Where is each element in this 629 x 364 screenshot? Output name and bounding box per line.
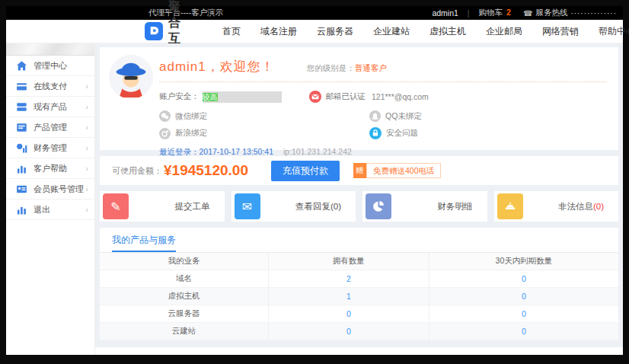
id-card-icon bbox=[16, 184, 27, 195]
top-black-bar: 代理平台----客户演示 admin1 | 购物车2 ☎ 服务热线 ······… bbox=[6, 6, 623, 20]
hotline-label: 服务热线 bbox=[535, 8, 567, 18]
browser-viewport: 代理平台----客户演示 admin1 | 购物车2 ☎ 服务热线 ······… bbox=[6, 6, 623, 355]
cell-expiring-count[interactable]: 0 bbox=[429, 287, 618, 305]
last-login-text: 最近登录：2017-10-17 13:50:41 bbox=[159, 147, 273, 156]
qq-bind-item[interactable]: QQ未绑定 bbox=[369, 110, 606, 122]
cell-name: 云建站 bbox=[100, 322, 268, 340]
last-login-ip: ip:101.231.214.242 bbox=[283, 147, 352, 156]
account-security-label: 账户安全： bbox=[159, 91, 200, 102]
main-content: admin1，欢迎您！ 您的级别是： 普通客户 账户安全： 较高 邮箱已认证 bbox=[95, 43, 623, 355]
cart-link[interactable]: 购物车2 bbox=[479, 8, 511, 18]
nav-menu: 首页 域名注册 云服务器 企业建站 虚拟主机 企业邮局 网络营销 帮助中心 管理… bbox=[222, 25, 629, 38]
greeting-text: admin1，欢迎您！ bbox=[159, 58, 275, 75]
app-window: 代理平台----客户演示 admin1 | 购物车2 ☎ 服务热线 ······… bbox=[0, 0, 629, 364]
layers-icon bbox=[16, 101, 27, 113]
pie-chart-icon bbox=[366, 193, 391, 219]
sidebar-item-existing-products[interactable]: 现有产品 › bbox=[6, 97, 94, 117]
sidebar-item-label: 在线支付 bbox=[34, 81, 67, 92]
nav-item-marketing[interactable]: 网络营销 bbox=[542, 25, 579, 38]
wechat-bind-item[interactable]: 微信绑定 bbox=[159, 110, 369, 122]
sidebar-item-finance[interactable]: 财务管理 › bbox=[6, 138, 94, 158]
email-verified-label: 邮箱已认证 bbox=[326, 91, 366, 102]
col-header-business: 我的业务 bbox=[100, 253, 268, 270]
hotline-number-masked: ·············· bbox=[570, 9, 617, 18]
security-question-item[interactable]: 安全问题 bbox=[369, 127, 606, 139]
view-replies-card[interactable]: ✉ 查看回复(0) bbox=[231, 191, 356, 222]
avatar bbox=[109, 55, 153, 99]
table-header-row: 我的业务 拥有数量 30天内到期数量 bbox=[100, 253, 618, 270]
sidebar-item-member-account[interactable]: 会员账号管理 › bbox=[6, 179, 94, 200]
level-value: 普通客户 bbox=[355, 63, 387, 74]
gift-promo[interactable]: 赠 免费赠送400电话 bbox=[353, 163, 442, 178]
balance-card: 可使用金额： ¥1945120.00 充值预付款 赠 免费赠送400电话 bbox=[100, 156, 618, 185]
cart-count-badge: 2 bbox=[506, 8, 511, 17]
finance-detail-label: 财务明细 bbox=[438, 201, 473, 212]
bar-chart-icon bbox=[16, 204, 27, 216]
products-table: 我的业务 拥有数量 30天内到期数量 域名 2 0 bbox=[100, 253, 618, 340]
table-row-cloud-site: 云建站 0 0 bbox=[100, 322, 618, 340]
cell-owned-count[interactable]: 0 bbox=[268, 305, 429, 322]
security-strength-fill: 较高 bbox=[203, 93, 218, 101]
sidebar-item-label: 客户帮助 bbox=[34, 163, 67, 174]
nav-item-mail[interactable]: 企业邮局 bbox=[486, 25, 522, 38]
sidebar-item-admin-center[interactable]: 管理中心 bbox=[6, 56, 94, 76]
credit-card-icon bbox=[16, 81, 27, 92]
page-body: 管理中心 在线支付 › 现有产品 › 产品管理 › bbox=[6, 43, 623, 355]
nav-item-cloud-server[interactable]: 云服务器 bbox=[317, 25, 353, 38]
nav-item-home[interactable]: 首页 bbox=[222, 25, 241, 38]
security-strength-bar: 较高 bbox=[203, 91, 282, 103]
cell-expiring-count[interactable]: 0 bbox=[429, 305, 618, 322]
phone-icon: ☎ bbox=[523, 9, 532, 18]
sidebar-item-logout[interactable]: 退出 › bbox=[6, 200, 94, 220]
sidebar-item-online-pay[interactable]: 在线支付 › bbox=[6, 76, 94, 97]
sidebar-texture-header bbox=[6, 43, 94, 56]
chevron-right-icon: › bbox=[85, 184, 88, 193]
nav-item-help[interactable]: 帮助中心 bbox=[599, 25, 629, 38]
nav-item-site-builder[interactable]: 企业建站 bbox=[373, 25, 410, 38]
illegal-info-count: (0) bbox=[593, 202, 604, 211]
email-verified-item[interactable]: 邮箱已认证 121***@qq.com bbox=[309, 91, 429, 103]
police-hat-icon bbox=[497, 193, 523, 219]
qq-icon bbox=[369, 110, 381, 122]
cell-name: 虚拟主机 bbox=[100, 287, 268, 305]
weibo-bind-item[interactable]: 新浪绑定 bbox=[159, 127, 369, 139]
email-address: 121***@qq.com bbox=[372, 92, 429, 101]
home-icon bbox=[16, 60, 27, 72]
weibo-bind-label: 新浪绑定 bbox=[175, 128, 207, 139]
nav-item-virtual-host[interactable]: 虚拟主机 bbox=[429, 25, 466, 38]
binding-grid: 微信绑定 QQ未绑定 新浪绑定 安全问题 bbox=[159, 110, 606, 139]
page-bottom-strip bbox=[95, 347, 623, 355]
sidebar-item-label: 产品管理 bbox=[34, 122, 67, 133]
cell-expiring-count[interactable]: 0 bbox=[429, 270, 618, 287]
ticket-pencil-icon: ✎ bbox=[103, 193, 129, 219]
view-replies-label: 查看回复(0) bbox=[295, 201, 341, 212]
finance-detail-card[interactable]: 财务明细 bbox=[362, 191, 487, 222]
illegal-info-card[interactable]: 非法信息(0) bbox=[494, 191, 619, 222]
nav-item-domain[interactable]: 域名注册 bbox=[260, 25, 297, 38]
cell-owned-count[interactable]: 2 bbox=[268, 270, 429, 287]
sidebar-item-customer-help[interactable]: 客户帮助 › bbox=[6, 158, 94, 179]
sidebar-item-product-manage[interactable]: 产品管理 › bbox=[6, 117, 94, 138]
cart-label: 购物车 bbox=[479, 8, 503, 17]
table-row-domain: 域名 2 0 bbox=[100, 270, 618, 287]
weibo-icon bbox=[159, 128, 171, 139]
level-label: 您的级别是： bbox=[307, 63, 355, 74]
recharge-button[interactable]: 充值预付款 bbox=[271, 161, 340, 181]
illegal-info-label: 非法信息(0) bbox=[558, 201, 604, 212]
col-header-owned: 拥有数量 bbox=[268, 253, 429, 270]
submit-ticket-card[interactable]: ✎ 提交工单 bbox=[100, 191, 225, 222]
table-row-virtual-host: 虚拟主机 1 0 bbox=[100, 287, 618, 305]
dotted-divider bbox=[159, 81, 606, 82]
cell-owned-count[interactable]: 0 bbox=[268, 322, 429, 340]
welcome-header: admin1，欢迎您！ 您的级别是： 普通客户 bbox=[159, 55, 606, 75]
wechat-bind-label: 微信绑定 bbox=[175, 111, 207, 122]
lock-icon bbox=[369, 127, 382, 139]
sidebar-item-label: 退出 bbox=[34, 204, 50, 216]
cell-owned-count[interactable]: 1 bbox=[268, 287, 429, 305]
tab-my-products[interactable]: 我的产品与服务 bbox=[112, 228, 176, 252]
cell-expiring-count[interactable]: 0 bbox=[429, 322, 618, 340]
security-row: 账户安全： 较高 邮箱已认证 121***@qq.com bbox=[159, 89, 606, 104]
chevron-right-icon: › bbox=[85, 102, 88, 111]
username-link[interactable]: admin1 bbox=[432, 8, 458, 18]
coin-chart-icon bbox=[16, 142, 27, 154]
